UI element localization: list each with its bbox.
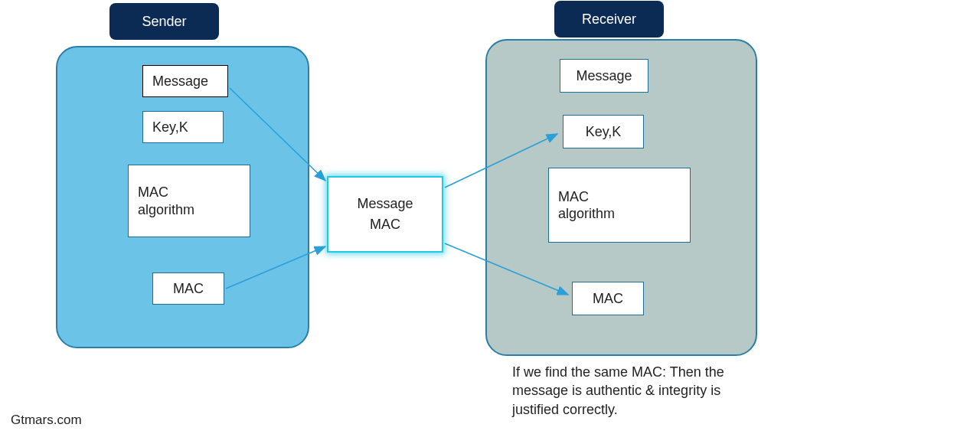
sender-mac-box: MAC (152, 272, 224, 305)
sender-alg-line1: MAC (138, 184, 168, 201)
receiver-mac-label: MAC (593, 290, 623, 308)
receiver-mac-box: MAC (572, 282, 644, 315)
caption-text: If we find the same MAC: Then the messag… (512, 363, 765, 419)
center-message-mac-box: Message MAC (327, 176, 443, 253)
sender-alg-box: MAC algorithm (128, 165, 250, 237)
receiver-key-box: Key,K (563, 115, 644, 148)
receiver-key-label: Key,K (586, 123, 622, 141)
receiver-message-label: Message (576, 67, 632, 85)
sender-alg-line2: algorithm (138, 201, 194, 219)
center-line1: Message (357, 196, 413, 212)
header-receiver: Receiver (554, 1, 664, 38)
header-sender: Sender (109, 3, 219, 40)
sender-key-label: Key,K (152, 119, 188, 136)
receiver-alg-line1: MAC (558, 188, 589, 206)
sender-mac-label: MAC (173, 280, 204, 298)
center-line2: MAC (370, 217, 400, 233)
receiver-alg-box: MAC algorithm (548, 168, 691, 243)
footer-credit: Gtmars.com (11, 413, 82, 428)
sender-message-label: Message (152, 73, 208, 90)
sender-key-box: Key,K (142, 111, 224, 143)
sender-message-box: Message (142, 65, 228, 97)
receiver-alg-line2: algorithm (558, 205, 615, 223)
receiver-message-box: Message (560, 59, 648, 93)
